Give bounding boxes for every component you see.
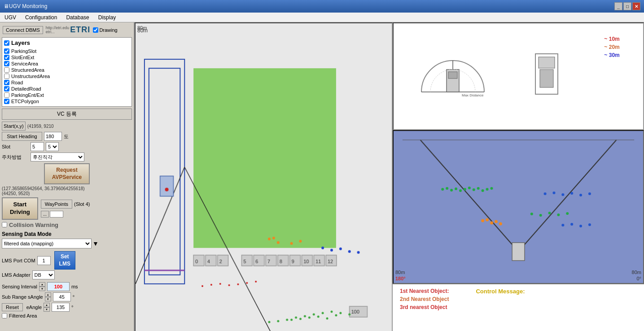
right-content: 80m [135,22,644,331]
s-angle-input[interactable] [53,292,71,301]
driving-section: StartDriving WayPoints (Slot 4) ... [2,197,132,220]
start-xy-value: (41959, 9210 [27,124,54,129]
legend-panel: ~ 10m ~ 20m ~ 30m [604,27,619,58]
nearest-objects-panel: 1st Nearest Object: 2nd Nearest Object 3… [400,288,449,312]
layer-label-0: ParkingSlot [11,48,36,54]
drawing-checkbox[interactable] [93,27,98,33]
menu-display[interactable]: Display [94,13,120,22]
lidar-canvas[interactable] [394,131,643,283]
start-driving-button[interactable]: StartDriving [2,197,38,220]
collision-checkbox[interactable] [2,222,7,227]
slot-row: Slot 5 4 3 [2,142,132,151]
waypoints-nav-btn[interactable]: ... [41,211,49,218]
lidar-angle-left: 180° [395,276,406,281]
lms-port-input[interactable] [37,256,51,265]
avp-section: RequestAVPService [2,163,132,184]
lidar-display[interactable]: 180° 80m 0° 80m [393,130,644,284]
reset-button[interactable]: Reset [2,303,23,311]
e-angle-input[interactable] [52,303,70,312]
layer-checkbox-unstructuredarea[interactable] [4,74,9,79]
layer-checkbox-servicearea[interactable] [4,61,9,66]
sensing-mode-select[interactable]: filtered data (mapping) [2,239,92,248]
layer-checkbox-parkingent/ext[interactable] [4,92,9,98]
lms-port-label: LMS Port COM [2,258,35,263]
layer-checkbox-etcpolygon[interactable] [4,99,9,104]
layer-checkbox-parkingslot[interactable] [4,48,9,54]
maximize-button[interactable]: □ [623,2,631,10]
waypoints-controls: ... [41,211,90,218]
sensor-panels: Max Distance [393,22,644,331]
coordinates-display: (127.365865942664, 36.3796064255618) (44… [2,186,132,196]
nearest-1-label: 1st Nearest Object: [400,288,449,294]
lidar-angle-right: 0° [636,276,641,281]
direction-label: 주차방법 [2,154,29,161]
connect-dbms-button[interactable]: Connect DBMS [3,26,43,34]
close-button[interactable]: ✕ [632,2,640,10]
lms-adapter-row: LMS Adapter DB COM [2,270,132,279]
titlebar: 🖥 UGV Monitoring _ □ ✕ [0,0,644,13]
filtered-area-row: Filtered Area [2,313,132,318]
layers-header: Layers [4,39,130,46]
set-lms-button[interactable]: SetLMS [54,251,75,270]
slot-input[interactable] [31,142,44,151]
layer-item-6: DetailedRoad [4,86,130,92]
vc-register-button[interactable]: VC 등록 [2,109,132,120]
layers-main-checkbox[interactable] [4,40,9,46]
e-angle-label: eAngle [26,305,42,310]
interval-down-btn[interactable]: ▼ [39,287,45,291]
lidar-dist-left: 80m [395,270,405,275]
lms-adapter-select[interactable]: DB COM [32,270,55,279]
waypoints-button[interactable]: WayPoints [41,200,72,209]
layer-label-5: Road [11,80,23,85]
layer-item-8: ETCPolygon [4,98,130,105]
interval-input[interactable] [47,282,70,291]
layers-title: Layers [11,39,30,46]
direction-select[interactable]: 후진직각 [31,152,84,161]
drawing-checkbox-row[interactable]: Drawing [93,27,117,33]
header-row: Connect DBMS http://etri.eduetri... ETRI… [2,24,132,35]
filtered-area-checkbox[interactable] [2,313,7,318]
layer-checkbox-road[interactable] [4,80,9,85]
request-avp-button[interactable]: RequestAVPService [44,163,90,184]
waypoints-area: WayPoints (Slot 4) ... [41,200,90,218]
map-panel[interactable]: 80m [135,22,393,331]
sensing-section: Sensing Data Mode filtered data (mapping… [2,231,132,248]
minimize-button[interactable]: _ [614,2,622,10]
sensing-dropdown-icon[interactable]: ▼ [92,240,99,247]
collision-label: Collision Warning [9,222,58,228]
interval-up-btn[interactable]: ▲ [39,282,45,287]
vc-section: VC 등록 [2,109,132,120]
e-angle-down-btn[interactable]: ▼ [44,307,50,312]
e-angle-row: Reset eAngle ▲ ▼ ° [2,303,132,312]
start-heading-button[interactable]: Start Heading [2,132,42,141]
s-angle-up-btn[interactable]: ▲ [45,292,51,297]
heading-input[interactable] [44,132,62,141]
start-xy-button[interactable]: Start(x,y) [2,122,26,131]
layer-item-5: Road [4,79,130,86]
angle-unit-1: ° [73,294,74,300]
layer-item-7: ParkingEnt/Ext [4,92,130,98]
sub-range-label: Sub Range sAngle [2,294,43,300]
heading-unit: 도 [64,133,69,140]
sub-range-row: Sub Range sAngle ▲ ▼ ° [2,292,132,301]
interval-spinners: ▲ ▼ [39,282,45,291]
layer-checkbox-slotentext[interactable] [4,55,9,60]
layer-checkbox-structuredarea[interactable] [4,67,9,73]
window-title: UGV Monitoring [9,3,47,9]
rect-sensor-svg [529,52,565,101]
layer-checkbox-detailedroad[interactable] [4,86,9,91]
legend-10m: ~ 10m [604,36,619,42]
s-angle-down-btn[interactable]: ▼ [45,297,51,301]
layer-item-1: SlotEntExt [4,54,130,61]
layer-label-4: UnstructuredArea [11,74,50,79]
direction-row: 주차방법 후진직각 [2,152,132,161]
lms-adapter-label: LMS Adapter [2,272,31,278]
menu-configuration[interactable]: Configuration [21,13,61,22]
e-angle-up-btn[interactable]: ▲ [44,303,50,307]
menu-database[interactable]: Database [61,13,93,22]
menu-ugv[interactable]: UGV [0,13,21,22]
layer-item-0: ParkingSlot [4,48,130,54]
waypoints-input[interactable] [50,211,63,218]
map-canvas[interactable] [136,23,392,331]
slot-select[interactable]: 5 4 3 [46,142,59,151]
